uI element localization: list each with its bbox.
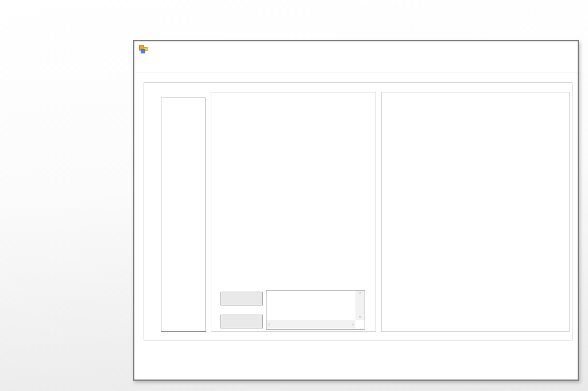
client-config-group: ⌃⌄ ‹› <box>211 92 376 332</box>
close-button[interactable] <box>557 41 575 57</box>
scroll-down-icon[interactable]: ⌄ <box>358 313 362 319</box>
minimize-button[interactable] <box>520 41 539 57</box>
window-titlebar[interactable] <box>134 41 578 57</box>
app-window: ⌃⌄ ‹› <box>133 40 579 381</box>
heartbeat-group <box>381 92 570 332</box>
save-config-button[interactable] <box>220 292 263 305</box>
comm-log-text <box>268 292 354 319</box>
maximize-button[interactable] <box>539 41 557 57</box>
log-vertical-scrollbar[interactable]: ⌃⌄ <box>355 291 365 320</box>
scroll-right-icon[interactable]: › <box>352 322 354 327</box>
tab-page-remote-config: ⌃⌄ ‹› <box>136 72 578 349</box>
scroll-up-icon[interactable]: ⌃ <box>358 292 362 297</box>
window-controls <box>520 41 575 57</box>
log-horizontal-scrollbar[interactable]: ‹› <box>266 320 355 329</box>
buoy-listbox[interactable] <box>161 98 206 332</box>
app-icon <box>139 45 148 54</box>
comm-log-box[interactable]: ⌃⌄ ‹› <box>266 290 365 330</box>
scroll-left-icon[interactable]: ‹ <box>268 322 270 327</box>
test-remote-button[interactable] <box>220 315 263 328</box>
